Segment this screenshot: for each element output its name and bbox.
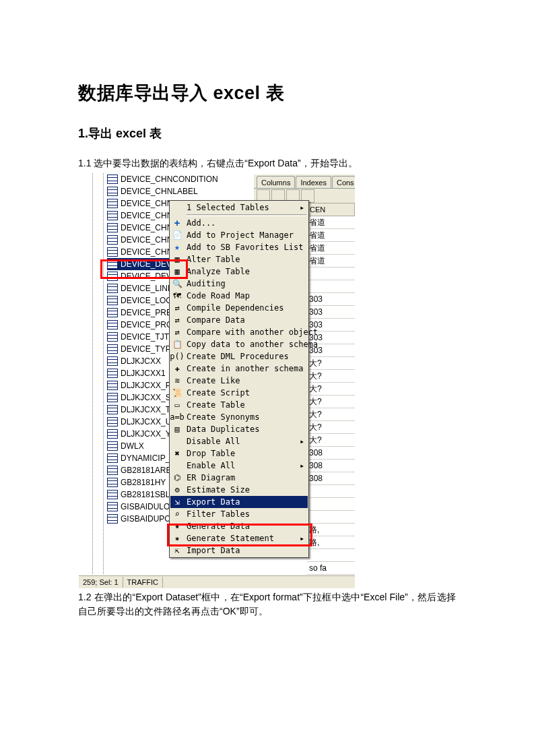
menu-item-label: Disable All [184,435,300,447]
tree-item-label: DEVICE_CHNCONDITION [121,175,218,184]
table-icon [107,429,118,439]
menu-item-add[interactable]: +Add... [170,217,308,229]
menu-item-create-table[interactable]: ▭Create Table [170,399,308,411]
table-icon [107,514,118,524]
menu-item-export-data[interactable]: ⇲Export Data [170,496,308,508]
data-cell[interactable]: 省道 [306,229,355,242]
menu-item-estimate-size[interactable]: ⚙Estimate Size [170,484,308,496]
menu-item-label: Create Table [184,399,300,411]
menu-item-alter-table[interactable]: ▦Alter Table [170,253,308,265]
data-cell[interactable]: 308 [306,472,355,485]
menu-item-label: Import Data [184,544,300,557]
data-cell[interactable]: 303 [306,306,355,319]
new-icon: ✚ [170,363,184,375]
table-icon [107,502,118,511]
data-cell[interactable]: 大? [306,383,355,396]
tree-item-label: DEVICE_TYPE [121,344,176,354]
est-icon: ⚙ [170,484,184,496]
data-cell[interactable] [306,498,355,511]
data-cell[interactable]: 省道 [306,216,355,229]
menu-item-data-duplicates[interactable]: ▤Data Duplicates [170,423,308,435]
flt-icon: ⌕ [170,508,184,520]
data-cell[interactable] [306,485,355,498]
data-col-header[interactable]: CEN [306,203,355,216]
menu-item-compare-data[interactable]: ⇄Compare Data [170,314,308,326]
tree-item[interactable]: DEVICE_CHNCONDITION [79,173,254,185]
menu-item-compare-with-another-object[interactable]: ⇄Compare with another object [170,326,308,338]
menu-item-generate-data[interactable]: ✷Generate Data [170,520,308,532]
exp-icon: ⇲ [170,496,184,508]
menu-item-analyze-table[interactable]: ▦Analyze Table [170,265,308,278]
section-heading-1: 1.导出 excel 表 [78,125,456,141]
table-icon [107,272,118,281]
menu-item-add-to-sb-favorites-list[interactable]: ★Add to SB Favorites List [170,241,308,253]
context-menu[interactable]: 1 Selected Tables ▸ +Add...📄Add to Proje… [169,200,309,558]
menu-item-import-data[interactable]: ⇱Import Data [170,544,308,557]
menu-item-enable-all[interactable]: Enable All▸ [170,460,308,472]
tab-indexes[interactable]: Indexes [296,176,331,189]
data-cell[interactable] [306,511,355,524]
tree-item-label: DLJKJCXX [121,356,161,366]
menu-item-create-script[interactable]: 📜Create Script [170,387,308,399]
tree-item-label: DLJKJCXX_YU [121,429,176,439]
menu-item-filter-tables[interactable]: ⌕Filter Tables [170,508,308,520]
tab-columns[interactable]: Columns [257,176,295,189]
data-cell[interactable]: 路, [306,536,355,549]
tree-item-label: DLJKJCXX_US [121,417,176,427]
cmp-icon: ⇄ [170,326,184,338]
menu-item-auditing[interactable]: 🔍Auditing [170,278,308,290]
data-cell[interactable]: so fa [306,562,355,575]
tree-item[interactable]: DEVICE_DEV [107,258,176,270]
imp-icon: ⇱ [170,544,184,557]
submenu-arrow-icon: ▸ [300,460,304,472]
menu-item-code-road-map[interactable]: 🗺Code Road Map [170,290,308,302]
blank-icon [170,460,184,472]
grid-icon: ▦ [170,265,184,278]
data-cell[interactable]: 大? [306,370,355,383]
menu-item-label: Create Script [184,387,300,399]
menu-item-label: Add to Project Manager [184,229,300,241]
tree-item[interactable]: DEVICE_CHNLABEL [79,185,254,197]
data-cell[interactable]: 303 [306,293,355,306]
tree-item-label: DEVICE_DEV [121,259,172,269]
data-cell[interactable]: 省道 [306,255,355,267]
tab-cons[interactable]: Cons [332,176,355,189]
menu-item-label: Copy data to another schema [184,338,318,350]
menu-item-drop-table[interactable]: ✖Drop Table [170,447,308,460]
data-cell[interactable] [306,267,355,280]
menu-item-label: Create DML Procedures [184,350,300,363]
table-icon [107,356,118,366]
menu-item-copy-data-to-another-schema[interactable]: 📋Copy data to another schema [170,338,308,350]
menu-item-create-synonyms[interactable]: a=bCreate Synonyms [170,411,308,423]
data-cell[interactable]: 大? [306,396,355,408]
menu-item-compile-dependencies[interactable]: ⇄Compile Dependencies [170,302,308,314]
data-cell[interactable]: 大? [306,408,355,421]
table-icon [107,332,118,342]
dup-icon: ▤ [170,423,184,435]
data-cell[interactable]: 308 [306,447,355,460]
menu-item-create-like[interactable]: ≋Create Like [170,375,308,387]
drop-icon: ✖ [170,447,184,460]
blank-icon [170,435,184,447]
submenu-arrow-icon: ▸ [300,435,304,447]
data-cell[interactable]: 308 [306,460,355,472]
menu-item-er-diagram[interactable]: ⌬ER Diagram [170,472,308,484]
data-cell[interactable]: 大? [306,434,355,447]
menu-item-create-dml-procedures[interactable]: p()Create DML Procedures [170,350,308,363]
data-cell[interactable]: 省道 [306,242,355,255]
tree-item-label: DLJKJCXX_TY [121,405,176,414]
data-cell[interactable] [306,280,355,293]
menu-item-label: Auditing [184,278,300,290]
data-cell[interactable]: 大? [306,421,355,434]
data-cell[interactable]: 大? [306,357,355,370]
menu-item-disable-all[interactable]: Disable All▸ [170,435,308,447]
status-bar: 259; Sel: 1 TRAFFIC [79,575,355,588]
scr-icon: 📜 [170,387,184,399]
data-cell[interactable]: 路, [306,524,355,536]
data-cell[interactable] [306,549,355,562]
menu-item-create-in-another-schema[interactable]: ✚Create in another schema [170,363,308,375]
menu-item-add-to-project-manager[interactable]: 📄Add to Project Manager [170,229,308,241]
menu-item-generate-statement[interactable]: ✷Generate Statement▸ [170,532,308,544]
plus-icon: + [170,217,184,229]
doc-icon: 📄 [170,229,184,241]
